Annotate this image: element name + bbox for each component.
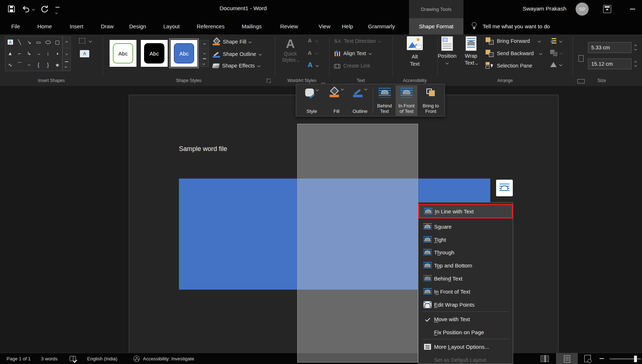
- tab-grammarly[interactable]: Grammarly: [368, 18, 395, 34]
- tab-references[interactable]: References: [197, 18, 225, 34]
- web-layout-button[interactable]: [584, 353, 591, 364]
- ribbon-display-options-icon[interactable]: [603, 5, 611, 13]
- menu-item-through[interactable]: Through: [419, 246, 512, 259]
- shape-elbow-arrow-icon[interactable]: ↳: [24, 48, 34, 59]
- mini-fill-button[interactable]: Fill: [325, 85, 348, 116]
- tab-insert[interactable]: Insert: [70, 18, 83, 34]
- shape-arc-icon[interactable]: ⌒: [15, 59, 24, 71]
- user-name[interactable]: Swayam Prakash: [523, 5, 567, 12]
- shape-style-thumb-1[interactable]: Abc: [110, 40, 136, 67]
- accessibility-icon[interactable]: [134, 353, 140, 364]
- redo-button[interactable]: [41, 5, 49, 15]
- menu-item-more-layout-options[interactable]: More Layout Options...: [419, 340, 512, 353]
- rotate-objects-button[interactable]: [550, 62, 562, 67]
- shape-width-spinner[interactable]: [632, 58, 639, 69]
- menu-item-in-front-of-text[interactable]: In Front of Text: [419, 285, 512, 298]
- shape-down-arrow-icon[interactable]: ↓: [43, 48, 53, 59]
- menu-item-edit-wrap-points[interactable]: Edit Wrap Points: [419, 298, 512, 311]
- shape-height-input[interactable]: [588, 42, 631, 53]
- shape-rounded-rectangle-icon[interactable]: ▢: [53, 37, 62, 48]
- word-count[interactable]: 3 words: [41, 353, 58, 364]
- menu-item-behind-text[interactable]: Behind Text: [419, 272, 512, 285]
- alt-text-button[interactable]: Alt Text: [400, 36, 429, 68]
- shapes-gallery[interactable]: A ╲ ↘ ▭ ▢ ▲ ⌐ ↳ → ↓ ◖ ∿ ⌒ ~ { } ★: [5, 36, 62, 71]
- tab-draw[interactable]: Draw: [101, 18, 114, 34]
- shape-style-thumb-3-selected[interactable]: Abc: [171, 40, 197, 67]
- tab-shape-format[interactable]: Shape Format: [409, 18, 463, 34]
- shape-width-input[interactable]: [588, 58, 631, 69]
- accessibility-status[interactable]: Accessibility: Investigate: [143, 353, 194, 364]
- tab-review[interactable]: Review: [280, 18, 298, 34]
- proofing-icon[interactable]: [70, 353, 76, 364]
- qat-customize-button[interactable]: [56, 7, 60, 15]
- position-button[interactable]: Position: [436, 36, 458, 65]
- menu-item-in-line-with-text[interactable]: In Line with Text: [418, 204, 513, 218]
- text-fill-button[interactable]: A: [308, 37, 318, 44]
- zoom-slider-handle[interactable]: [634, 356, 637, 362]
- create-link-button[interactable]: Create Link: [334, 63, 370, 69]
- tab-layout[interactable]: Layout: [163, 18, 180, 34]
- tab-file[interactable]: File: [11, 18, 20, 34]
- shapes-gallery-scrollbar[interactable]: [62, 36, 71, 71]
- save-icon[interactable]: [7, 5, 16, 15]
- mini-outline-button[interactable]: Outline: [348, 85, 372, 116]
- language-indicator[interactable]: English (India): [87, 353, 117, 364]
- shape-arrow-line-icon[interactable]: ↘: [24, 37, 34, 48]
- mini-behind-text-button[interactable]: BehindText: [374, 85, 395, 116]
- tab-design[interactable]: Design: [129, 18, 146, 34]
- menu-item-move-with-text[interactable]: Move with Text: [419, 312, 512, 326]
- bring-forward-button[interactable]: Bring Forward: [486, 37, 540, 45]
- undo-dropdown-chevron[interactable]: [32, 8, 35, 11]
- tab-home[interactable]: Home: [37, 18, 52, 34]
- shape-right-arrow-icon[interactable]: →: [34, 48, 43, 59]
- shape-curve-icon[interactable]: ~: [24, 59, 34, 71]
- shape-fill-button[interactable]: Shape Fill: [213, 38, 251, 45]
- shape-triangle-icon[interactable]: ▲: [5, 48, 15, 59]
- shape-height-spinner[interactable]: [632, 42, 639, 53]
- menu-item-top-and-bottom[interactable]: Top and Bottom: [419, 259, 512, 272]
- mini-in-front-of-text-button[interactable]: In Frontof Text: [396, 85, 417, 116]
- text-outline-button[interactable]: A: [308, 50, 318, 56]
- page-indicator[interactable]: Page 1 of 1: [7, 353, 31, 364]
- zoom-out-button[interactable]: [600, 353, 604, 364]
- text-direction-button[interactable]: ⇅A Text Direction: [334, 38, 381, 44]
- edit-shape-icon[interactable]: [79, 38, 85, 44]
- tab-mailings[interactable]: Mailings: [242, 18, 262, 34]
- align-text-button[interactable]: Align Text: [334, 50, 371, 56]
- wrap-text-button[interactable]: Wrap Text: [461, 36, 481, 66]
- text-effects-button[interactable]: A: [308, 61, 318, 69]
- align-objects-button[interactable]: [550, 38, 562, 44]
- document-body-text[interactable]: Sample word file: [179, 145, 227, 153]
- shape-right-brace-icon[interactable]: }: [43, 59, 53, 71]
- shape-left-brace-icon[interactable]: {: [34, 59, 43, 71]
- menu-item-set-as-default-layout[interactable]: Set as Default Layout: [419, 353, 512, 364]
- shape-outline-button[interactable]: Shape Outline: [213, 50, 261, 58]
- shape-scribble-icon[interactable]: ∿: [5, 59, 15, 71]
- mini-bring-to-front-button[interactable]: Bring toFront: [418, 85, 443, 116]
- shape-partial-circle-icon[interactable]: ◖: [53, 48, 62, 59]
- mini-style-button[interactable]: Style: [299, 85, 324, 116]
- layout-options-button[interactable]: [496, 180, 513, 196]
- selected-shape-overlay[interactable]: [297, 124, 418, 363]
- shape-effects-button[interactable]: Shape Effects: [213, 63, 260, 69]
- draw-text-box-icon[interactable]: A: [80, 50, 89, 57]
- group-objects-button[interactable]: [550, 50, 563, 56]
- shape-textbox-icon[interactable]: A: [5, 37, 15, 48]
- shape-styles-scrollbar[interactable]: [200, 40, 209, 67]
- shape-styles-dialog-launcher[interactable]: [267, 79, 271, 83]
- quick-styles-button[interactable]: A Quick Styles: [278, 37, 303, 63]
- tab-help[interactable]: Help: [342, 18, 353, 34]
- tab-view[interactable]: View: [319, 18, 330, 34]
- shape-style-thumb-2[interactable]: Abc: [141, 40, 168, 67]
- avatar[interactable]: SP: [576, 3, 589, 16]
- menu-item-tight[interactable]: Tight: [419, 233, 512, 246]
- undo-button[interactable]: [22, 5, 30, 15]
- edit-shape-chevron[interactable]: [89, 40, 92, 42]
- selection-pane-button[interactable]: Selection Pane: [486, 62, 532, 69]
- menu-item-fix-position-on-page[interactable]: Fix Position on Page: [419, 326, 512, 339]
- shape-oval-icon[interactable]: [43, 37, 53, 48]
- read-mode-button[interactable]: [541, 353, 549, 364]
- tell-me-box[interactable]: Tell me what you want to do: [483, 18, 550, 34]
- print-layout-button[interactable]: [556, 353, 578, 364]
- shape-rectangle-icon[interactable]: ▭: [34, 37, 43, 48]
